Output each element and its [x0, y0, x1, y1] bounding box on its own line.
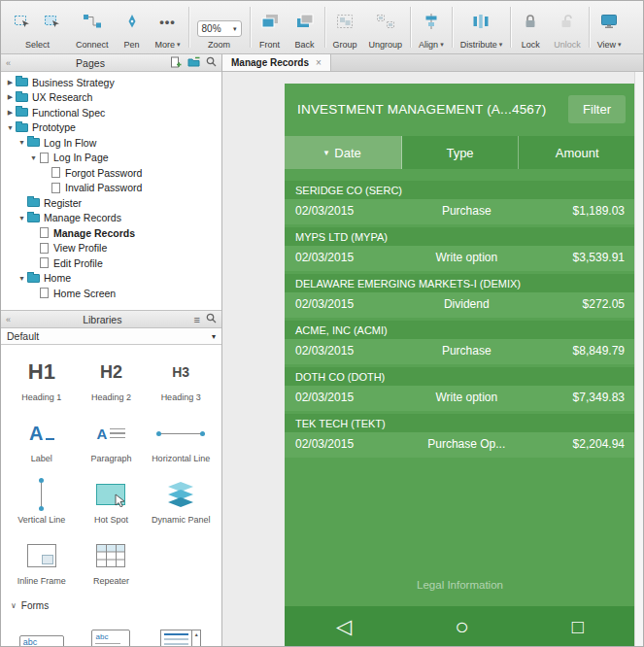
add-page-icon[interactable] [170, 56, 182, 70]
tree-item-ux-research[interactable]: ▶UX Research [1, 90, 221, 106]
collapse-arrow-icon[interactable]: ▼ [17, 215, 27, 221]
phone-screen-mockup: INVESTMENT MANAGEMENT (A...4567) Filter … [285, 84, 635, 646]
collapse-arrow-icon[interactable]: ▼ [28, 154, 39, 161]
lock-button[interactable]: Lock [513, 1, 548, 53]
zoom-dropdown[interactable]: 80% ▾ [197, 20, 242, 37]
forms-section-collapse-icon: ∨ [11, 601, 17, 610]
widget-heading-2[interactable]: H2 Heading 2 [79, 355, 145, 402]
libraries-search-icon[interactable] [206, 313, 217, 325]
tab-close-icon[interactable]: × [316, 57, 322, 68]
group-button[interactable]: Group [327, 1, 363, 53]
select-label: Select [25, 40, 50, 50]
tree-item-log-in-flow[interactable]: ▼Log In Flow [1, 135, 221, 151]
widget-text-field[interactable]: abc Text Field [9, 625, 75, 646]
tree-item-manage-records-page[interactable]: Manage Records [1, 225, 221, 241]
legal-information-link[interactable]: Legal Information [285, 579, 635, 591]
page-icon [40, 227, 49, 238]
tree-item-manage-records-folder[interactable]: ▼Manage Records [1, 211, 221, 226]
tree-item-forgot-password[interactable]: Forgot Password [1, 165, 221, 181]
record-name: DOTH CO (DOTH) [285, 367, 635, 386]
add-folder-icon[interactable] [187, 56, 200, 69]
forms-section-header[interactable]: ∨ Forms [9, 599, 214, 611]
record-row-acme[interactable]: ACME, INC (ACMI) 02/03/2015 Purchase $8,… [285, 321, 635, 364]
widget-inline-frame[interactable]: Inline Frame [9, 538, 75, 586]
libraries-menu-icon[interactable]: ≡ [194, 314, 200, 325]
front-label: Front [259, 40, 280, 50]
widget-label[interactable]: A Label [9, 416, 75, 463]
tree-item-register[interactable]: Register [1, 195, 221, 211]
tree-item-home[interactable]: ▼Home [1, 271, 221, 287]
connect-tool[interactable]: Connect [70, 1, 115, 53]
canvas-vertical-scrollbar[interactable] [634, 72, 643, 646]
toolbar-separator [188, 7, 189, 48]
library-select-dropdown[interactable]: Default ▾ [1, 328, 221, 345]
column-header-amount[interactable]: Amount [519, 136, 635, 169]
more-icon: ••• [156, 11, 180, 32]
record-type: Purchase [407, 344, 525, 358]
more-tools[interactable]: ••• More▾ [150, 1, 186, 53]
pen-icon [120, 11, 144, 32]
front-icon [258, 11, 282, 32]
distribute-icon [469, 11, 492, 32]
nav-back-icon[interactable]: ◁ [336, 616, 352, 636]
widget-hot-spot[interactable]: Hot Spot [79, 477, 145, 525]
zoom-label: Zoom [208, 40, 230, 50]
tree-item-log-in-page[interactable]: ▼Log In Page [1, 151, 221, 166]
tree-item-edit-profile[interactable]: Edit Profile [1, 255, 221, 271]
folder-icon [16, 78, 28, 86]
tree-item-business-strategy[interactable]: ▶Business Strategy [1, 75, 221, 90]
record-type: Purchase [407, 204, 525, 218]
column-header-date[interactable]: ▾ Date [285, 136, 402, 169]
tree-item-home-screen[interactable]: Home Screen [1, 286, 221, 301]
align-menu-button[interactable]: Align▾ [413, 1, 450, 53]
widget-heading-3[interactable]: H3 Heading 3 [148, 355, 214, 402]
app-window: Select Connect Pen ••• More▾ 80% ▾ Zoom [0, 0, 644, 647]
bring-to-front-button[interactable]: Front [253, 1, 288, 53]
send-to-back-button[interactable]: Back [288, 1, 322, 53]
page-icon [51, 183, 60, 193]
expand-arrow-icon[interactable]: ▶ [5, 93, 16, 101]
widget-dynamic-panel[interactable]: Dynamic Panel [148, 477, 214, 525]
distribute-menu-button[interactable]: Distribute▾ [455, 1, 509, 53]
nav-recents-icon[interactable]: □ [572, 617, 584, 636]
tree-item-view-profile[interactable]: View Profile [1, 241, 221, 256]
unlock-button[interactable]: Unlock [548, 1, 587, 53]
collapse-arrow-icon[interactable]: ▼ [5, 124, 16, 131]
collapse-arrow-icon[interactable]: ▼ [17, 139, 27, 146]
distribute-label: Distribute▾ [460, 40, 503, 50]
record-row-myps[interactable]: MYPS LTD (MYPA) 02/03/2015 Write option … [285, 227, 635, 271]
widget-text-area[interactable]: abc Text Area [79, 625, 145, 646]
design-canvas[interactable]: INVESTMENT MANAGEMENT (A...4567) Filter … [222, 72, 643, 646]
widget-repeater[interactable]: Repeater [79, 538, 145, 586]
widget-paragraph[interactable]: A Paragraph [79, 416, 145, 463]
record-row-delaware[interactable]: DELAWARE EMERGING MARKETS-I (DEMIX) 02/0… [285, 274, 635, 318]
tab-manage-records[interactable]: Manage Records × [222, 54, 331, 71]
record-row-tek-tech[interactable]: TEK TECH (TEKT) 02/03/2015 Purchase Op..… [285, 414, 635, 458]
select-intersect-icon[interactable] [11, 11, 34, 32]
view-icon [597, 11, 621, 32]
tree-item-prototype[interactable]: ▼Prototype [1, 120, 221, 136]
tree-item-invalid-password[interactable]: Invalid Password [1, 181, 221, 196]
widget-library-grid: H1 Heading 1 H2 Heading 2 H3 Heading 3 A… [1, 345, 221, 646]
expand-arrow-icon[interactable]: ▶ [5, 79, 16, 86]
ungroup-button[interactable]: Ungroup [363, 1, 409, 53]
widget-vertical-line[interactable]: Vertical Line [9, 477, 75, 525]
view-menu-button[interactable]: View▾ [592, 1, 627, 53]
tree-item-functional-spec[interactable]: ▶Functional Spec [1, 105, 221, 120]
collapse-arrow-icon[interactable]: ▼ [17, 275, 27, 282]
widget-heading-1[interactable]: H1 Heading 1 [9, 355, 75, 402]
select-contain-icon[interactable] [41, 11, 64, 32]
filter-button[interactable]: Filter [568, 95, 626, 123]
page-icon [40, 243, 49, 254]
column-header-type[interactable]: Type [402, 136, 520, 169]
record-row-doth[interactable]: DOTH CO (DOTH) 02/03/2015 Write option $… [285, 367, 635, 411]
page-icon [40, 153, 49, 163]
nav-home-icon[interactable]: ○ [455, 615, 469, 638]
folder-icon [27, 198, 40, 207]
expand-arrow-icon[interactable]: ▶ [5, 109, 16, 117]
pen-tool[interactable]: Pen [115, 1, 150, 53]
widget-droplist[interactable]: ▲▼ Droplist [148, 625, 214, 646]
pages-search-icon[interactable] [206, 56, 217, 69]
widget-horizontal-line[interactable]: Horizontal Line [148, 416, 214, 463]
record-row-seridge[interactable]: SERIDGE CO (SERC) 02/03/2015 Purchase $1… [285, 181, 635, 224]
